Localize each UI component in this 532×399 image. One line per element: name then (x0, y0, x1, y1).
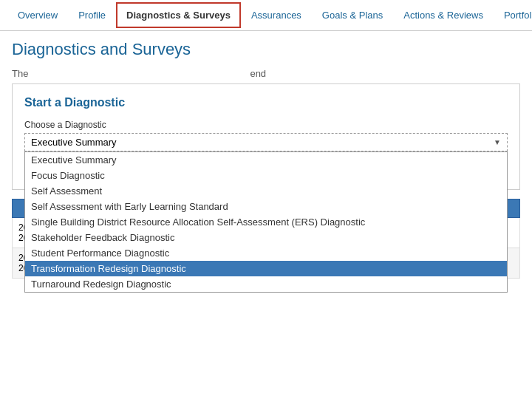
dropdown-option[interactable]: Self Assessment (25, 183, 507, 199)
nav-overview[interactable]: Overview (7, 2, 68, 28)
diagnostic-dropdown-wrapper: Executive Summary ▼ Executive SummaryFoc… (24, 133, 508, 151)
nav-diagnostics-surveys[interactable]: Diagnostics & Surveys (116, 2, 241, 28)
nav-assurances[interactable]: Assurances (241, 2, 312, 28)
diagnostic-dropdown[interactable]: Executive Summary ▼ (24, 133, 508, 151)
dropdown-selected-value: Executive Summary (31, 137, 117, 148)
dropdown-option[interactable]: Self Assessment with Early Learning Stan… (25, 199, 507, 214)
nav-portfolio[interactable]: Portfolio (494, 2, 532, 28)
dropdown-option[interactable]: Stakeholder Feedback Diagnostic (25, 230, 507, 245)
dropdown-option[interactable]: Turnaround Redesign Diagnostic (25, 276, 507, 292)
choose-diagnostic-label: Choose a Diagnostic (24, 120, 508, 130)
behind-text-2: end (250, 65, 266, 82)
page-title: Diagnostics and Surveys (0, 31, 532, 65)
top-navigation: Overview Profile Diagnostics & Surveys A… (0, 0, 532, 31)
main-content: The end Start a Diagnostic Choose a Diag… (0, 65, 532, 279)
dropdown-list: Executive SummaryFocus DiagnosticSelf As… (24, 151, 508, 293)
dropdown-option[interactable]: Student Performance Diagnostic (25, 245, 507, 261)
dropdown-option[interactable]: Transformation Redesign Diagnostic (25, 261, 507, 276)
dropdown-option[interactable]: Single Building District Resource Alloca… (25, 214, 507, 230)
nav-profile[interactable]: Profile (68, 2, 116, 28)
start-diagnostic-panel: Start a Diagnostic Choose a Diagnostic E… (12, 83, 520, 190)
dropdown-option[interactable]: Focus Diagnostic (25, 168, 507, 183)
panel-title: Start a Diagnostic (24, 96, 508, 109)
nav-actions-reviews[interactable]: Actions & Reviews (393, 2, 494, 28)
dropdown-arrow-icon: ▼ (494, 138, 501, 146)
nav-goals-plans[interactable]: Goals & Plans (312, 2, 393, 28)
behind-text-1: The (12, 65, 28, 82)
dropdown-option[interactable]: Executive Summary (25, 152, 507, 168)
